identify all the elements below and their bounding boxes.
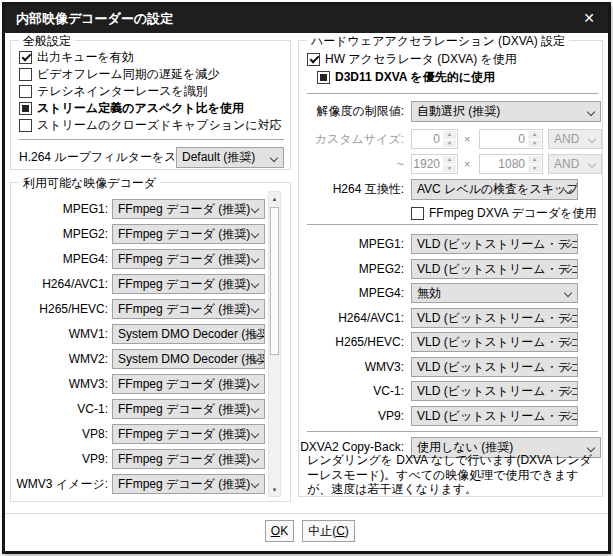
custom-height-min-stepper: 0 ▲▼ — [479, 129, 543, 149]
decoder-row-wmv3: WMV3: FFmpeg デコーダ (推奨) — [11, 374, 265, 394]
resolution-limit-label: 解像度の制限値: — [299, 101, 404, 122]
checkbox-detect-telecine-interlace[interactable]: テレシネインターレースを識別 — [19, 84, 282, 99]
spin-up-icon: ▲ — [528, 131, 541, 139]
titlebar[interactable]: 内部映像デコーダーの設定 ✕ — [5, 5, 608, 33]
dxva-dropdown-vp9[interactable]: VLD (ビットストリーム・デコーディ — [411, 406, 578, 426]
decoder-dropdown-wmv2[interactable]: System DMO Decoder (推奨 — [112, 349, 265, 369]
h264-loop-filter-label: H.264 ループフィルターをスキッ — [19, 147, 174, 168]
chevron-down-icon — [588, 136, 596, 144]
chevron-down-icon — [251, 381, 259, 389]
decoder-dropdown-vp9[interactable]: FFmpeg デコーダ (推奨) — [112, 449, 265, 469]
group-decoders-title: 利用可能な映像デコーダ — [19, 175, 160, 192]
chevron-down-icon — [564, 413, 572, 421]
spin-up-icon: ▲ — [528, 156, 541, 164]
dxva-dropdown-vc1[interactable]: VLD (ビットストリーム・デコーディ — [411, 381, 578, 401]
h264-compat-label: H264 互換性: — [299, 179, 404, 200]
spin-down-icon: ▼ — [528, 140, 541, 148]
chevron-down-icon — [251, 456, 259, 464]
decoder-dropdown-wmv3-image[interactable]: FFmpeg デコーダ (推奨) — [112, 474, 265, 494]
decoder-dropdown-h265[interactable]: FFmpeg デコーダ (推奨) — [112, 299, 265, 319]
chevron-down-icon — [564, 364, 572, 372]
cancel-button[interactable]: 中止(C) — [302, 520, 355, 542]
h264-loop-filter-dropdown[interactable]: Default (推奨) — [176, 147, 284, 168]
dialog-window: 内部映像デコーダーの設定 ✕ 全般設定 出力キューを有効 ビデオフレーム同期の遅… — [2, 2, 611, 554]
decoder-dropdown-wmv1[interactable]: System DMO Decoder (推奨 — [112, 324, 265, 344]
custom-size-operator2-dropdown: AND — [548, 154, 602, 174]
chevron-down-icon — [270, 155, 278, 163]
decoder-dropdown-mpeg2[interactable]: FFmpeg デコーダ (推奨) — [112, 224, 265, 244]
decoder-dropdown-mpeg1[interactable]: FFmpeg デコーダ (推奨) — [112, 199, 265, 219]
scroll-up-icon[interactable]: ▲ — [269, 192, 280, 205]
checkbox-enable-output-queue[interactable]: 出力キューを有効 — [19, 50, 282, 65]
custom-size-operator-dropdown: AND — [548, 129, 602, 149]
dxva-dropdown-mpeg1[interactable]: VLD (ビットストリーム・デコーディ — [411, 234, 578, 254]
separator — [19, 139, 284, 140]
chevron-down-icon — [251, 256, 259, 264]
checkbox-unchecked-icon — [411, 207, 424, 220]
dxva-row-wmv3: WMV3: VLD (ビットストリーム・デコーディ — [299, 357, 578, 377]
dxva-codec-list: MPEG1: VLD (ビットストリーム・デコーディ MPEG2: VLD (ビ… — [299, 234, 578, 426]
decoder-list-scrollbar[interactable]: ▲ ▼ — [268, 191, 281, 497]
custom-size-range-label: ~ — [299, 154, 404, 174]
custom-size-label: カスタムサイズ: — [299, 129, 404, 149]
ok-button[interactable]: OK — [265, 520, 294, 542]
dxva-dropdown-h265[interactable]: VLD (ビットストリーム・デコーディ — [411, 332, 578, 352]
h264-compat-dropdown[interactable]: AVC レベルの検査をスキップ (推 — [411, 179, 578, 200]
chevron-down-icon — [251, 306, 259, 314]
decoder-row-h265: H265/HEVC: FFmpeg デコーダ (推奨) — [11, 299, 265, 319]
decoder-row-wmv1: WMV1: System DMO Decoder (推奨 — [11, 324, 265, 344]
custom-height-max-stepper: 1080 ▲▼ — [479, 154, 543, 174]
dxva-dropdown-wmv3[interactable]: VLD (ビットストリーム・デコーディ — [411, 357, 578, 377]
decoder-row-mpeg1: MPEG1: FFmpeg デコーダ (推奨) — [11, 199, 265, 219]
checkbox-use-hw-accelerator[interactable]: HW アクセラレータ (DXVA) を使用 — [307, 51, 517, 67]
checkbox-indeterminate-icon — [317, 71, 330, 84]
decoder-row-h264: H264/AVC1: FFmpeg デコーダ (推奨) — [11, 274, 265, 294]
decoder-dropdown-h264[interactable]: FFmpeg デコーダ (推奨) — [112, 274, 265, 294]
chevron-down-icon — [564, 290, 572, 298]
chevron-down-icon — [588, 161, 596, 169]
group-general-title: 全般設定 — [19, 33, 75, 50]
checkbox-use-ffmpeg-dxva-decoder[interactable]: FFmpeg DXVA デコーダを使用 — [411, 205, 597, 221]
dxva-dropdown-mpeg4[interactable]: 無効 — [411, 283, 578, 303]
checkbox-use-stream-aspect-ratio[interactable]: ストリーム定義のアスペクト比を使用 — [19, 101, 282, 116]
dxva-dropdown-h264[interactable]: VLD (ビットストリーム・デコーディ — [411, 308, 578, 328]
spin-down-icon: ▼ — [443, 165, 456, 173]
decoder-row-vp9: VP9: FFmpeg デコーダ (推奨) — [11, 449, 265, 469]
checkbox-reduce-frame-sync-delay[interactable]: ビデオフレーム同期の遅延を減少 — [19, 67, 282, 82]
chevron-down-icon — [251, 431, 259, 439]
chevron-down-icon — [251, 231, 259, 239]
dxva-row-h265: H265/HEVC: VLD (ビットストリーム・デコーディ — [299, 332, 578, 352]
dxva-dropdown-mpeg2[interactable]: VLD (ビットストリーム・デコーディ — [411, 259, 578, 279]
decoder-dropdown-vc1[interactable]: FFmpeg デコーダ (推奨) — [112, 399, 265, 419]
dxva-row-h264: H264/AVC1: VLD (ビットストリーム・デコーディ — [299, 308, 578, 328]
decoder-row-vc1: VC-1: FFmpeg デコーダ (推奨) — [11, 399, 265, 419]
checkbox-indeterminate-icon — [19, 102, 32, 115]
decoder-row-mpeg4: MPEG4: FFmpeg デコーダ (推奨) — [11, 249, 265, 269]
scrollbar-thumb[interactable] — [270, 207, 279, 355]
close-icon[interactable]: ✕ — [583, 10, 595, 26]
checkbox-stream-closed-captions[interactable]: ストリームのクローズドキャプションに対応 — [19, 118, 282, 133]
chevron-down-icon — [251, 481, 259, 489]
custom-width-max-stepper: 1920 ▲▼ — [411, 154, 458, 174]
separator — [307, 93, 598, 94]
window-title: 内部映像デコーダーの設定 — [16, 10, 173, 28]
chevron-down-icon — [564, 388, 572, 396]
decoder-list: MPEG1: FFmpeg デコーダ (推奨) MPEG2: FFmpeg デコ… — [11, 199, 265, 494]
chevron-down-icon — [564, 241, 572, 249]
scroll-down-icon[interactable]: ▼ — [269, 483, 280, 496]
decoder-dropdown-wmv3[interactable]: FFmpeg デコーダ (推奨) — [112, 374, 265, 394]
decoder-dropdown-vp8[interactable]: FFmpeg デコーダ (推奨) — [112, 424, 265, 444]
resolution-limit-dropdown[interactable]: 自動選択 (推奨) — [411, 101, 601, 122]
checkbox-unchecked-icon — [19, 68, 32, 81]
footer-separator — [5, 513, 608, 514]
dialog-content: 全般設定 出力キューを有効 ビデオフレーム同期の遅延を減少 テレシネインターレー… — [5, 33, 608, 551]
checkbox-prefer-d3d11-dxva[interactable]: D3D11 DXVA を優先的に使用 — [317, 69, 495, 85]
multiply-sign: × — [464, 129, 470, 149]
chevron-down-icon — [251, 281, 259, 289]
decoder-dropdown-mpeg4[interactable]: FFmpeg デコーダ (推奨) — [112, 249, 265, 269]
dxva-row-mpeg2: MPEG2: VLD (ビットストリーム・デコーディ — [299, 259, 578, 279]
decoder-row-mpeg2: MPEG2: FFmpeg デコーダ (推奨) — [11, 224, 265, 244]
checkbox-checked-icon — [19, 51, 32, 64]
dxva-row-vc1: VC-1: VLD (ビットストリーム・デコーディ — [299, 381, 578, 401]
group-available-decoders: 利用可能な映像デコーダ MPEG1: FFmpeg デコーダ (推奨) MPEG… — [10, 182, 291, 502]
